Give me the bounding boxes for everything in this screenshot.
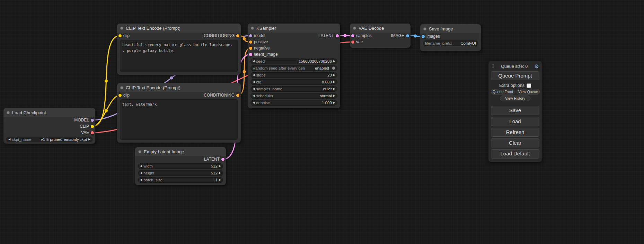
- node-load-checkpoint[interactable]: Load CheckpointMODELCLIPVAE◀ckpt_namev1-…: [3, 108, 95, 144]
- node-clip-text-encode-positive[interactable]: CLIP Text Encode (Prompt)clipCONDITIONIN…: [117, 24, 241, 75]
- filename_prefix-widget[interactable]: filename_prefixComfyUI: [423, 40, 478, 46]
- right-arrow-icon[interactable]: ▶: [88, 138, 90, 141]
- right-arrow-icon[interactable]: ▶: [333, 74, 335, 76]
- node-title-bar[interactable]: Save Image: [420, 24, 481, 33]
- width-widget[interactable]: ◀width512▶: [138, 163, 223, 169]
- input-slot-dot[interactable]: [249, 53, 252, 56]
- collapse-toggle-icon[interactable]: [7, 111, 10, 114]
- MODEL-output-slot[interactable]: MODEL: [74, 117, 94, 123]
- images-input-slot[interactable]: images: [422, 33, 440, 39]
- node-title-bar[interactable]: Empty Latent Image: [135, 147, 226, 156]
- left-arrow-icon[interactable]: ◀: [8, 138, 10, 141]
- samples-input-slot[interactable]: samples: [351, 33, 372, 39]
- right-arrow-icon[interactable]: ▶: [219, 165, 221, 168]
- output-slot-dot[interactable]: [91, 131, 94, 134]
- output-slot-dot[interactable]: [336, 34, 339, 37]
- sampler_name-widget[interactable]: ◀sampler_nameeuler▶: [250, 86, 337, 92]
- node-empty-latent-image[interactable]: Empty Latent ImageLATENT◀width512▶◀heigh…: [135, 147, 226, 185]
- right-arrow-icon[interactable]: ▶: [333, 81, 335, 83]
- right-arrow-icon[interactable]: ▶: [219, 179, 221, 181]
- node-title-bar[interactable]: VAE Decode: [350, 24, 411, 33]
- clip-input-slot[interactable]: clip: [118, 92, 130, 98]
- prompt-text-area[interactable]: beautiful scenery nature glass bottle la…: [120, 40, 238, 72]
- collapse-toggle-icon[interactable]: [120, 27, 123, 30]
- input-slot-dot[interactable]: [118, 34, 122, 37]
- clear-button[interactable]: Clear: [491, 138, 539, 147]
- positive-input-slot[interactable]: positive: [249, 39, 268, 45]
- settings-gear-icon[interactable]: ⚙: [535, 63, 539, 70]
- node-clip-text-encode-negative[interactable]: CLIP Text Encode (Prompt)clipCONDITIONIN…: [117, 83, 241, 143]
- model-input-slot[interactable]: model: [249, 33, 265, 39]
- view-history-button[interactable]: View History: [500, 96, 530, 101]
- collapse-toggle-icon[interactable]: [251, 27, 254, 30]
- left-arrow-icon[interactable]: ◀: [140, 165, 142, 168]
- right-arrow-icon[interactable]: ▶: [219, 172, 221, 174]
- left-arrow-icon[interactable]: ◀: [253, 60, 255, 63]
- toggle-indicator-dot[interactable]: [332, 66, 335, 70]
- collapse-toggle-icon[interactable]: [120, 86, 123, 89]
- view-queue-button[interactable]: View Queue: [517, 89, 540, 94]
- steps-widget[interactable]: ◀steps20▶: [250, 72, 337, 78]
- comfyui-canvas[interactable]: { "icons": { "left_arrow": "◀", "right_a…: [0, 0, 644, 244]
- node-title-bar[interactable]: CLIP Text Encode (Prompt): [117, 83, 241, 92]
- left-arrow-icon[interactable]: ◀: [253, 88, 255, 90]
- right-arrow-icon[interactable]: ▶: [333, 101, 335, 104]
- input-slot-dot[interactable]: [249, 40, 252, 44]
- load-default-button[interactable]: Load Default: [491, 149, 539, 158]
- cfg-widget[interactable]: ◀cfg8.000▶: [250, 79, 337, 85]
- latent_image-input-slot[interactable]: latent_image: [249, 51, 278, 57]
- scheduler-widget[interactable]: ◀schedulernormal▶: [250, 93, 337, 99]
- right-arrow-icon[interactable]: ▶: [333, 88, 335, 90]
- denoise-widget[interactable]: ◀denoise1.000▶: [250, 100, 337, 106]
- load-button[interactable]: Load: [491, 117, 539, 126]
- prompt-text-area[interactable]: text, watermark: [120, 99, 238, 140]
- left-arrow-icon[interactable]: ◀: [253, 81, 255, 83]
- save-button[interactable]: Save: [491, 106, 539, 115]
- LATENT-output-slot[interactable]: LATENT: [318, 33, 339, 39]
- node-title-bar[interactable]: CLIP Text Encode (Prompt): [117, 24, 241, 33]
- queue-front-button[interactable]: Queue Front: [491, 89, 515, 94]
- input-slot-dot[interactable]: [422, 35, 425, 38]
- output-slot-dot[interactable]: [406, 34, 409, 37]
- node-title-bar[interactable]: Load Checkpoint: [3, 108, 95, 117]
- CONDITIONING-output-slot[interactable]: CONDITIONING: [204, 33, 239, 39]
- output-slot-dot[interactable]: [236, 34, 239, 37]
- seed-widget[interactable]: ◀seed156680208700286▶: [250, 58, 337, 64]
- CONDITIONING-output-slot[interactable]: CONDITIONING: [204, 92, 239, 98]
- extra-options-checkbox[interactable]: [527, 83, 531, 88]
- output-slot-dot[interactable]: [221, 158, 224, 161]
- IMAGE-output-slot[interactable]: IMAGE: [391, 33, 409, 39]
- left-arrow-icon[interactable]: ◀: [253, 74, 255, 76]
- left-arrow-icon[interactable]: ◀: [253, 94, 255, 97]
- input-slot-dot[interactable]: [351, 40, 354, 44]
- node-ksampler[interactable]: KSamplermodelpositivenegativelatent_imag…: [248, 24, 340, 108]
- collapse-toggle-icon[interactable]: [423, 27, 426, 30]
- batch_size-widget[interactable]: ◀batch_size1▶: [138, 177, 223, 183]
- drag-handle-icon[interactable]: ⠿: [491, 64, 494, 69]
- collapse-toggle-icon[interactable]: [353, 27, 356, 30]
- input-slot-dot[interactable]: [249, 34, 252, 37]
- negative-input-slot[interactable]: negative: [249, 45, 270, 51]
- refresh-button[interactable]: Refresh: [491, 128, 539, 137]
- vae-input-slot[interactable]: vae: [351, 39, 363, 45]
- collapse-toggle-icon[interactable]: [138, 150, 141, 153]
- input-slot-dot[interactable]: [249, 47, 252, 50]
- random-seed-after-every-gen-widget[interactable]: Random seed after every genenabled: [250, 65, 337, 71]
- node-save-image[interactable]: Save Imageimagesfilename_prefixComfyUI: [420, 24, 481, 51]
- ckpt_name-widget[interactable]: ◀ckpt_namev1-5-pruned-emaonly.ckpt▶: [6, 137, 92, 142]
- queue-prompt-button[interactable]: Queue Prompt: [491, 71, 539, 80]
- output-slot-dot[interactable]: [236, 94, 239, 97]
- node-title-bar[interactable]: KSampler: [248, 24, 340, 33]
- left-arrow-icon[interactable]: ◀: [140, 172, 142, 174]
- VAE-output-slot[interactable]: VAE: [81, 129, 94, 136]
- right-arrow-icon[interactable]: ▶: [333, 94, 335, 97]
- left-arrow-icon[interactable]: ◀: [253, 101, 255, 104]
- input-slot-dot[interactable]: [118, 94, 122, 97]
- output-slot-dot[interactable]: [91, 119, 94, 122]
- clip-input-slot[interactable]: clip: [118, 33, 130, 39]
- input-slot-dot[interactable]: [351, 34, 354, 37]
- height-widget[interactable]: ◀height512▶: [138, 170, 223, 176]
- node-vae-decode[interactable]: VAE DecodesamplesvaeIMAGE: [350, 24, 411, 48]
- LATENT-output-slot[interactable]: LATENT: [204, 156, 224, 162]
- left-arrow-icon[interactable]: ◀: [140, 179, 142, 181]
